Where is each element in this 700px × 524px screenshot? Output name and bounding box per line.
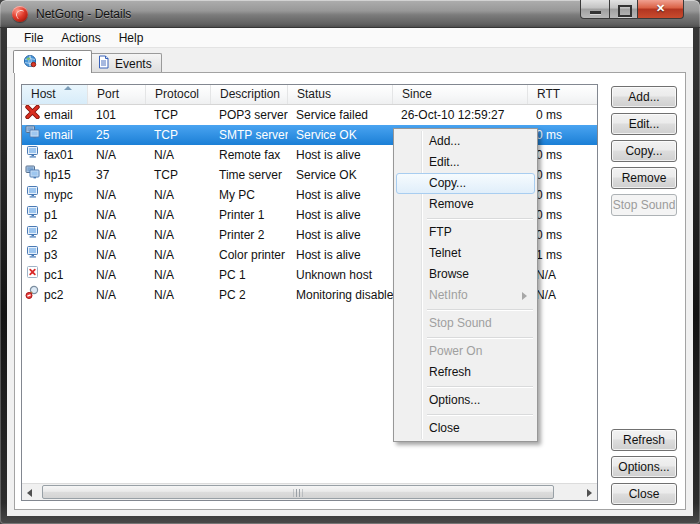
scroll-left-icon[interactable] [22, 484, 39, 500]
edit-button[interactable]: Edit... [611, 113, 677, 135]
cell-host: pc1 [22, 265, 88, 285]
host-name: fax01 [44, 145, 73, 165]
column-header-description[interactable]: Description [211, 85, 288, 104]
host-alive-icon [25, 145, 40, 165]
column-label: Host [31, 87, 56, 101]
menu-item-telnet[interactable]: Telnet [396, 243, 535, 264]
host-name: pc2 [44, 285, 63, 305]
menu-item-close[interactable]: Close [396, 418, 535, 439]
host-name: mypc [44, 185, 73, 205]
cell-status: Host is alive [288, 205, 393, 225]
host-name: hp15 [44, 165, 71, 185]
cell-status: Service failed [288, 105, 393, 125]
host-name: p1 [44, 205, 57, 225]
close-button[interactable]: Close [611, 483, 677, 505]
menu-item-power-on: Power On [396, 341, 535, 362]
cell-host: p1 [22, 205, 88, 225]
cell-port: 25 [88, 125, 146, 145]
cell-since: 26-Oct-10 12:59:27 [393, 105, 528, 125]
menu-separator [427, 337, 533, 338]
column-header-since[interactable]: Since [393, 85, 528, 104]
menu-item-add[interactable]: Add... [396, 131, 535, 152]
menu-item-remove[interactable]: Remove [396, 194, 535, 215]
column-header-rtt[interactable]: RTT [528, 85, 597, 104]
title-bar[interactable]: NetGong - Details [0, 0, 700, 28]
column-header-port[interactable]: Port [88, 85, 146, 104]
options-button[interactable]: Options... [611, 456, 677, 478]
host-alive-icon [25, 245, 40, 265]
minimize-button[interactable] [580, 0, 610, 19]
cell-host: p3 [22, 245, 88, 265]
cell-protocol: N/A [146, 265, 211, 285]
cell-protocol: N/A [146, 205, 211, 225]
globe-icon [23, 54, 37, 71]
cell-status: Service OK [288, 165, 393, 185]
tab-label: Monitor [42, 55, 82, 69]
app-icon [12, 6, 28, 22]
menu-separator [427, 218, 533, 219]
tab-monitor[interactable]: Monitor [13, 50, 92, 73]
cell-rtt: 1 ms [528, 245, 597, 265]
cell-port: N/A [88, 285, 146, 305]
cell-description: Printer 2 [211, 225, 288, 245]
cell-description: Time server [211, 165, 288, 185]
cell-rtt: 0 ms [528, 105, 597, 125]
cell-host: mypc [22, 185, 88, 205]
host-alive-icon [25, 185, 40, 205]
menu-item-browse[interactable]: Browse [396, 264, 535, 285]
cell-description: Remote fax [211, 145, 288, 165]
scroll-right-icon[interactable] [580, 484, 597, 500]
column-label: RTT [537, 87, 560, 101]
cell-protocol: N/A [146, 185, 211, 205]
add-button[interactable]: Add... [611, 86, 677, 108]
menu-item-ftp[interactable]: FTP [396, 222, 535, 243]
host-service-icon [25, 165, 40, 185]
refresh-button[interactable]: Refresh [611, 429, 677, 451]
menu-item-options[interactable]: Options... [396, 390, 535, 411]
cell-rtt: 0 ms [528, 145, 597, 165]
close-button[interactable] [638, 0, 684, 19]
menu-item-netinfo: NetInfo [396, 285, 535, 306]
context-menu: Add...Edit...Copy...RemoveFTPTelnetBrows… [393, 128, 538, 442]
maximize-button[interactable] [610, 0, 638, 19]
host-name: pc1 [44, 265, 63, 285]
horizontal-scrollbar[interactable] [22, 483, 597, 500]
column-header-host[interactable]: Host [22, 85, 88, 104]
column-header-status[interactable]: Status [288, 85, 393, 104]
menu-item-refresh[interactable]: Refresh [396, 362, 535, 383]
host-name: email [44, 125, 73, 145]
copy-button[interactable]: Copy... [611, 140, 677, 162]
column-header-protocol[interactable]: Protocol [146, 85, 211, 104]
document-icon [97, 55, 110, 72]
cell-host: email [22, 125, 88, 145]
monitoring-disabled-icon [25, 285, 40, 305]
menubar-item-file[interactable]: File [15, 29, 52, 47]
cell-status: Host is alive [288, 145, 393, 165]
menubar-item-actions[interactable]: Actions [52, 29, 109, 47]
stop-sound-button: Stop Sound [611, 194, 677, 216]
menubar-item-help[interactable]: Help [110, 29, 153, 47]
cell-status: Host is alive [288, 225, 393, 245]
menu-item-copy[interactable]: Copy... [396, 173, 535, 194]
host-unknown-icon [25, 265, 40, 285]
window-controls [580, 0, 684, 19]
tab-events[interactable]: Events [87, 53, 162, 73]
cell-protocol: N/A [146, 245, 211, 265]
cell-description: Color printer [211, 245, 288, 265]
table-row[interactable]: email101TCPPOP3 serverService failed26-O… [22, 105, 597, 125]
menu-item-edit[interactable]: Edit... [396, 152, 535, 173]
host-service-icon [25, 125, 40, 145]
cell-description: My PC [211, 185, 288, 205]
cell-description: PC 2 [211, 285, 288, 305]
host-name: p2 [44, 225, 57, 245]
scrollbar-thumb[interactable] [42, 485, 554, 499]
cell-protocol: TCP [146, 165, 211, 185]
column-label: Description [220, 87, 280, 101]
cell-rtt: N/A [528, 265, 597, 285]
cell-rtt: 0 ms [528, 225, 597, 245]
cell-port: 101 [88, 105, 146, 125]
cell-status: Host is alive [288, 245, 393, 265]
remove-button[interactable]: Remove [611, 167, 677, 189]
cell-description: SMTP server [211, 125, 288, 145]
cell-protocol: TCP [146, 105, 211, 125]
